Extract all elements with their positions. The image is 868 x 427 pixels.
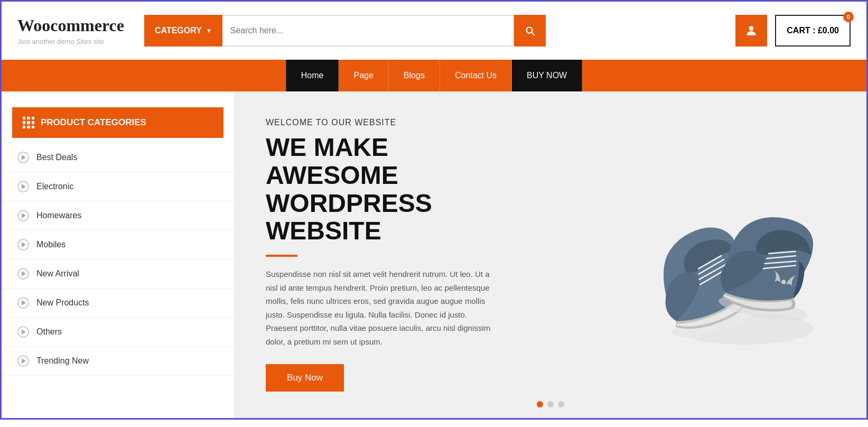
- sidebar-header: PRODUCT CATEGORIES: [12, 107, 223, 138]
- search-button[interactable]: [514, 15, 546, 47]
- hero-cta-button[interactable]: Buy Now: [266, 364, 344, 392]
- cart-label: CART : £0.00: [787, 26, 839, 35]
- nav-item-contact-us[interactable]: Contact Us: [440, 60, 512, 91]
- nav-items: Home Page Blogs Contact Us BUY NOW: [286, 60, 582, 91]
- play-icon: [17, 239, 29, 250]
- header: Woocommerce Just another demo Sites site…: [2, 2, 866, 60]
- sidebar-item-new-arrival[interactable]: New Arrival: [2, 259, 234, 289]
- sidebar-item-mobiles[interactable]: Mobiles: [2, 230, 234, 259]
- search-icon: [524, 25, 536, 36]
- sidebar-item-trending-new[interactable]: Trending New: [2, 347, 234, 376]
- hero-divider: [266, 255, 297, 257]
- hero-main-title: WE MAKE AWESOME WORDPRESS WEBSITE: [266, 134, 498, 245]
- play-icon: [17, 355, 29, 367]
- sidebar-item-others[interactable]: Others: [2, 318, 234, 347]
- hero-content: WELCOME TO OUR WEBSITE WE MAKE AWESOME W…: [234, 91, 530, 418]
- shoe-svg: [639, 149, 829, 360]
- nav-item-buy-now[interactable]: BUY NOW: [512, 60, 582, 91]
- carousel-dot-2[interactable]: [547, 401, 554, 407]
- logo-area: Woocommerce Just another demo Sites site: [17, 16, 134, 45]
- carousel-dot-3[interactable]: [558, 401, 564, 407]
- sidebar-item-new-products[interactable]: New Products: [2, 289, 234, 318]
- search-input[interactable]: [222, 15, 514, 47]
- brand-name: Woocommerce: [17, 16, 134, 35]
- cart-badge: 0: [843, 12, 854, 22]
- user-account-button[interactable]: [735, 15, 767, 47]
- sidebar-item-best-deals[interactable]: Best Deals: [2, 143, 234, 172]
- carousel-dots: [537, 401, 564, 407]
- hero-body-text: Suspendisse non nisl sit amet velit hend…: [266, 267, 498, 348]
- category-label: CATEGORY: [155, 26, 202, 35]
- search-bar: CATEGORY ▼: [144, 15, 546, 47]
- header-right: CART : £0.00 0: [735, 15, 851, 47]
- svg-point-0: [749, 26, 754, 31]
- navigation-bar: Home Page Blogs Contact Us BUY NOW: [2, 60, 866, 91]
- category-button[interactable]: CATEGORY ▼: [144, 15, 222, 47]
- brand-tagline: Just another demo Sites site: [17, 38, 134, 45]
- play-icon: [17, 297, 29, 309]
- play-icon: [17, 152, 29, 163]
- nav-item-blogs[interactable]: Blogs: [389, 60, 440, 91]
- main-content: PRODUCT CATEGORIES Best Deals Electronic…: [2, 91, 866, 418]
- hero-section: WELCOME TO OUR WEBSITE WE MAKE AWESOME W…: [234, 91, 866, 418]
- chevron-down-icon: ▼: [206, 27, 212, 34]
- sidebar-item-electronic[interactable]: Electronic: [2, 172, 234, 201]
- sidebar-item-homewares[interactable]: Homewares: [2, 201, 234, 230]
- nav-item-home[interactable]: Home: [286, 60, 339, 91]
- play-icon: [17, 326, 29, 338]
- hero-small-title: WELCOME TO OUR WEBSITE: [266, 118, 498, 127]
- cart-button[interactable]: CART : £0.00 0: [775, 15, 851, 47]
- play-icon: [17, 210, 29, 221]
- carousel-dot-1[interactable]: [537, 401, 543, 407]
- hero-product-image: [634, 144, 835, 366]
- nav-item-page[interactable]: Page: [339, 60, 388, 91]
- sidebar-header-label: PRODUCT CATEGORIES: [41, 117, 146, 128]
- user-icon: [744, 24, 758, 38]
- play-icon: [17, 268, 29, 280]
- sidebar: PRODUCT CATEGORIES Best Deals Electronic…: [2, 91, 234, 418]
- play-icon: [17, 181, 29, 192]
- grid-icon: [23, 117, 34, 128]
